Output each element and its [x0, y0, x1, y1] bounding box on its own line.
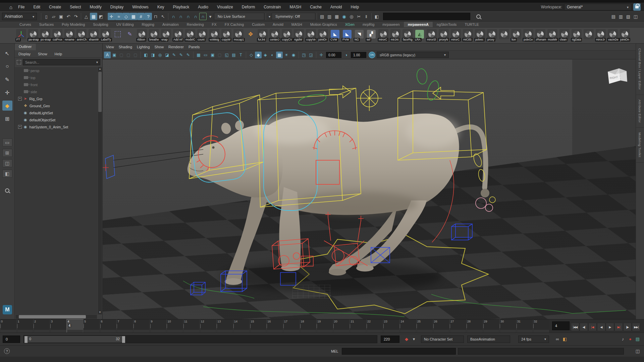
anim-pencil-icon[interactable]: ✎: [178, 52, 184, 58]
shelf-item-clean[interactable]: clean: [559, 29, 571, 42]
camera-attributes-icon[interactable]: ◨: [150, 52, 156, 58]
shelf-tab-arnold[interactable]: Arnold: [269, 22, 287, 27]
shelf-item-voWeig[interactable]: voWeig: [209, 29, 221, 42]
search-input[interactable]: Search... ▾: [23, 59, 100, 65]
frame-4[interactable]: 44: [67, 319, 84, 333]
safe-action-icon[interactable]: ▢: [125, 52, 132, 58]
pause-viewport-icon[interactable]: ‖: [363, 13, 370, 20]
pencil-icon[interactable]: ✎: [185, 52, 192, 58]
toggle-workspace-icon[interactable]: ◫: [632, 13, 639, 20]
image-plane-icon[interactable]: ▤: [230, 52, 237, 58]
shelf-tab-rendering[interactable]: Rendering: [183, 22, 208, 27]
camera-locator-icon[interactable]: ◎: [157, 52, 163, 58]
shelf-item-rigData[interactable]: rigData: [571, 29, 583, 42]
select-component-icon[interactable]: ◩: [97, 13, 105, 20]
resolution-gate-icon[interactable]: ▣: [209, 52, 216, 58]
shelf-item-py[interactable]: [498, 29, 511, 42]
record-icon[interactable]: ●: [627, 336, 634, 343]
anim-prefs-icon[interactable]: ▤: [634, 336, 641, 343]
frame-27[interactable]: 27: [449, 319, 466, 333]
frame-23[interactable]: 23: [383, 319, 400, 333]
frame-26[interactable]: 26: [433, 319, 450, 333]
highlight-selection-icon[interactable]: ↖: [159, 13, 167, 20]
frame-15[interactable]: 15: [250, 319, 267, 333]
outliner-item-Ground_Geo[interactable]: ❖Ground_Geo: [15, 102, 98, 109]
select-object-icon[interactable]: ▦: [90, 13, 97, 20]
select-hierarchy-icon[interactable]: △: [83, 13, 90, 20]
outliner-menu-show[interactable]: Show: [34, 52, 51, 56]
animation-start-field[interactable]: 0: [3, 336, 20, 343]
snap-magnet-plane-icon[interactable]: ∩: [192, 13, 199, 20]
shelf-tab-fx-caching[interactable]: FX Caching: [221, 22, 248, 27]
frame-28[interactable]: 28: [466, 319, 483, 333]
frame-12[interactable]: 12: [200, 319, 217, 333]
hypershade-icon[interactable]: ◎: [348, 13, 355, 20]
grease-pencil-icon[interactable]: ✎: [171, 52, 177, 58]
redo-icon[interactable]: ↷: [72, 13, 79, 20]
character-set-key-icon[interactable]: ◆: [403, 336, 410, 343]
shelf-tab-mash[interactable]: MASH: [287, 22, 306, 27]
snap-to-grids-icon[interactable]: ▦: [130, 13, 137, 20]
menu-windows[interactable]: Windows: [128, 5, 153, 9]
menu-deform[interactable]: Deform: [237, 5, 259, 9]
shelf-tab-uv-editing[interactable]: UV Editing: [112, 22, 138, 27]
frame-6[interactable]: 6: [100, 319, 117, 333]
shelf-item-mirorC[interactable]: mirorC: [450, 29, 462, 42]
fps-select[interactable]: 24 fps ▾: [518, 336, 549, 343]
toggle-tool-settings-icon[interactable]: ▧: [625, 13, 632, 20]
outliner-item-Rig_Grp[interactable]: +➤Rig_Grp: [15, 95, 98, 102]
shelf-tab-curves[interactable]: Curves: [15, 22, 35, 27]
layout-split-pane[interactable]: ◧: [2, 170, 12, 178]
shelf-tab-sculpting[interactable]: Sculpting: [89, 22, 112, 27]
symmetry-caret-icon[interactable]: ▾: [269, 15, 270, 18]
move-tool-settings-icon[interactable]: ✛: [108, 13, 115, 20]
scroll-down-icon[interactable]: ▼: [98, 310, 102, 314]
shelf-tab-mrpaweena[interactable]: mrpaweenA: [404, 22, 433, 27]
snap-to-curves-icon[interactable]: ≈: [115, 13, 122, 20]
frame-0[interactable]: 0: [0, 319, 17, 333]
save-scene-icon[interactable]: ▣: [57, 13, 65, 20]
pane-layout-icon[interactable]: ◫: [634, 348, 641, 355]
shelf-tab-motion-graphics[interactable]: Motion Graphics: [306, 22, 341, 27]
playback-range[interactable]: 0 32: [24, 336, 125, 343]
shelf-item-sel[interactable]: ▞sel: [366, 29, 378, 42]
use-all-lights-icon[interactable]: ▩: [276, 52, 283, 58]
ipr-render-icon[interactable]: ▦: [333, 13, 340, 20]
menu-select[interactable]: Select: [65, 5, 85, 9]
shelf-item-marquee[interactable]: [112, 29, 124, 42]
shelf-item-animCh[interactable]: animCh: [76, 29, 88, 42]
snap-magnet-point-icon[interactable]: ∩: [184, 13, 192, 20]
outliner-menu-display[interactable]: Display: [15, 52, 34, 56]
layout-single-pane[interactable]: ▭: [2, 138, 12, 146]
menu-file[interactable]: File: [14, 5, 29, 9]
shelf-item-vacinDe[interactable]: vacinDe: [607, 29, 619, 42]
rotate-tool[interactable]: ◆: [2, 101, 12, 111]
frame-8[interactable]: 8: [133, 319, 150, 333]
current-frame-field[interactable]: 4: [552, 321, 570, 330]
animation-end-field[interactable]: 220: [381, 336, 399, 343]
viewport-menu-shading[interactable]: Shading: [119, 45, 136, 49]
expand-icon[interactable]: +: [18, 125, 22, 129]
shelf-tab-animation[interactable]: Animation: [158, 22, 183, 27]
shelf-item-pa-snap[interactable]: pa-snap: [28, 29, 40, 42]
snap-magnet-live-icon[interactable]: ∩: [199, 13, 207, 20]
shelf-item-copyCV[interactable]: copyCV: [281, 29, 293, 42]
scale-tool[interactable]: ⊞: [2, 114, 12, 124]
shelf-tab-rigging[interactable]: Rigging: [138, 22, 158, 27]
shelf-item-count[interactable]: count: [197, 29, 209, 42]
search-zoom-icon[interactable]: [476, 14, 481, 19]
go-to-end-button[interactable]: ▶▶|: [632, 323, 640, 331]
live-surface-caret-icon[interactable]: ▾: [207, 13, 214, 20]
outliner-item-persp[interactable]: persp: [15, 67, 98, 74]
make-live-icon[interactable]: ?: [145, 13, 152, 20]
panel-tab-channel-box-layer-editor[interactable]: Channel Box / Layer Editor: [636, 44, 644, 95]
colorspace-select[interactable]: sRGB gamma (legacy)▾: [377, 52, 449, 58]
shelf-item-mocap1[interactable]: mocap1: [233, 29, 245, 42]
frame-30[interactable]: 30: [499, 319, 516, 333]
shelf-item-centerJ[interactable]: centerJ: [269, 29, 281, 42]
outliner-item-defaultObjectSet[interactable]: ◉defaultObjectSet: [15, 116, 98, 123]
menu-edit[interactable]: Edit: [29, 5, 45, 9]
shadows-icon[interactable]: ☀: [283, 52, 290, 58]
outliner-vertical-scrollbar[interactable]: ▲ ▼: [98, 67, 102, 314]
menu-arnold[interactable]: Arnold: [326, 5, 346, 9]
